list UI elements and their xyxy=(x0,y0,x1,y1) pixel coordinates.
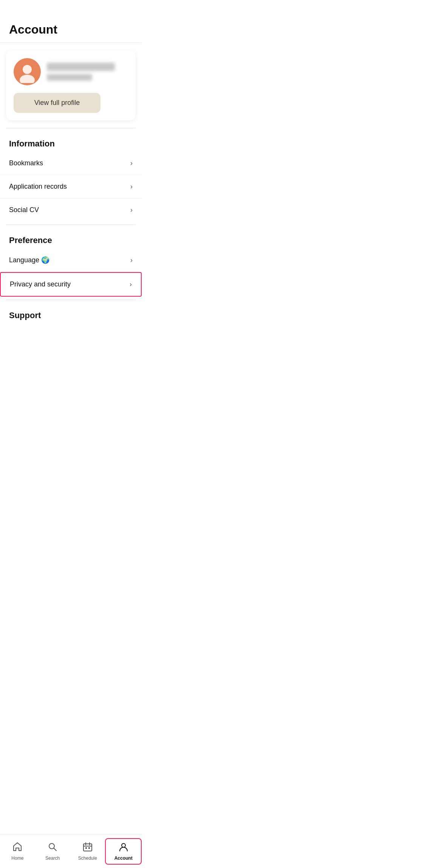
svg-point-10 xyxy=(122,843,125,847)
divider-1 xyxy=(6,128,136,128)
information-menu-list: Bookmarks › Application records › Social… xyxy=(0,152,142,222)
divider-2 xyxy=(6,225,136,225)
avatar xyxy=(14,58,41,85)
page-header: Account xyxy=(0,0,142,43)
preference-menu-list: Language 🌍 › Privacy and security › xyxy=(0,248,142,297)
application-records-menu-item[interactable]: Application records › xyxy=(0,175,142,199)
nav-home[interactable]: Home xyxy=(0,839,35,864)
home-icon xyxy=(12,842,22,854)
support-section-header: Support xyxy=(0,303,142,325)
view-full-profile-button[interactable]: View full profile xyxy=(14,93,100,113)
profile-name-blurred xyxy=(47,63,115,71)
social-cv-menu-item[interactable]: Social CV › xyxy=(0,199,142,222)
svg-point-1 xyxy=(20,75,35,83)
svg-line-3 xyxy=(54,848,57,851)
profile-sub-blurred xyxy=(47,74,92,81)
bookmarks-menu-item[interactable]: Bookmarks › xyxy=(0,152,142,175)
profile-card: View full profile xyxy=(6,51,136,120)
svg-rect-4 xyxy=(83,844,92,851)
application-records-label: Application records xyxy=(9,183,67,191)
divider-3 xyxy=(6,300,136,300)
search-icon xyxy=(48,842,57,854)
privacy-security-label: Privacy and security xyxy=(10,280,71,288)
preference-section-header: Preference xyxy=(0,228,142,248)
social-cv-label: Social CV xyxy=(9,206,39,214)
bookmarks-label: Bookmarks xyxy=(9,159,43,167)
avatar-icon xyxy=(16,60,39,83)
bottom-navigation: Home Search Schedule xyxy=(0,834,142,868)
account-icon xyxy=(119,842,128,854)
nav-account[interactable]: Account xyxy=(105,838,142,865)
privacy-security-menu-item[interactable]: Privacy and security › xyxy=(0,272,142,297)
language-label: Language 🌍 xyxy=(9,256,49,264)
nav-search-label: Search xyxy=(45,856,60,861)
nav-home-label: Home xyxy=(11,856,23,861)
nav-schedule-label: Schedule xyxy=(78,856,97,861)
information-section-header: Information xyxy=(0,131,142,152)
bookmarks-chevron-icon: › xyxy=(130,159,133,167)
nav-schedule[interactable]: Schedule xyxy=(70,839,105,864)
svg-rect-8 xyxy=(85,847,87,849)
svg-rect-9 xyxy=(88,847,90,849)
profile-info xyxy=(14,58,128,85)
preference-section: Preference Language 🌍 › Privacy and secu… xyxy=(0,228,142,297)
language-menu-item[interactable]: Language 🌍 › xyxy=(0,248,142,272)
schedule-icon xyxy=(83,842,93,854)
social-cv-chevron-icon: › xyxy=(130,206,133,214)
language-chevron-icon: › xyxy=(130,256,133,264)
page-title: Account xyxy=(9,23,133,37)
nav-account-label: Account xyxy=(114,856,133,861)
svg-point-0 xyxy=(23,65,32,74)
nav-search[interactable]: Search xyxy=(35,839,70,864)
application-records-chevron-icon: › xyxy=(130,183,133,191)
profile-text-area xyxy=(47,63,128,81)
information-section: Information Bookmarks › Application reco… xyxy=(0,131,142,222)
support-section: Support xyxy=(0,303,142,325)
privacy-security-chevron-icon: › xyxy=(130,280,132,288)
